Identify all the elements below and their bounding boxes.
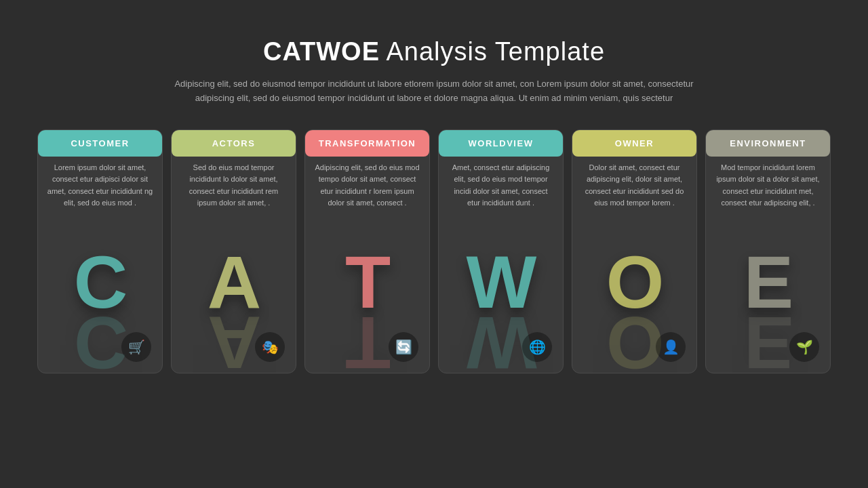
card-text-environment: Mod tempor incididunt lorem ipsum dolor … bbox=[706, 162, 830, 237]
card-text-customer: Lorem ipsum dolor sit amet, consect etur… bbox=[38, 162, 162, 237]
card-header-actors: ACTORS bbox=[172, 130, 296, 157]
card-letter-reflection-environment: E bbox=[744, 325, 792, 362]
cards-container: CUSTOMER Lorem ipsum dolor sit amet, con… bbox=[18, 129, 850, 373]
card-letter-reflection-owner: O bbox=[606, 325, 663, 362]
card-text-transformation: Adipiscing elit, sed do eius mod tempo d… bbox=[305, 162, 429, 237]
globe-icon: 🌐 bbox=[522, 332, 552, 362]
card-letter-reflection-transformation: T bbox=[345, 325, 389, 362]
card-transformation: TRANSFORMATION Adipiscing elit, sed do e… bbox=[304, 129, 430, 373]
leaf-icon: 🌱 bbox=[789, 332, 819, 362]
card-letter-reflection-customer: C bbox=[74, 325, 126, 362]
card-letter-wrap-transformation: T T bbox=[345, 239, 389, 362]
page-header: CATWOE Analysis Template Adipiscing elit… bbox=[163, 37, 705, 106]
card-header-customer: CUSTOMER bbox=[38, 130, 162, 157]
title-rest: Analysis Template bbox=[380, 37, 605, 66]
card-customer: CUSTOMER Lorem ipsum dolor sit amet, con… bbox=[37, 129, 163, 373]
card-letter-wrap-customer: C C bbox=[74, 239, 126, 362]
card-actors: ACTORS Sed do eius mod tempor incididunt… bbox=[171, 129, 296, 373]
person-icon: 👤 bbox=[656, 332, 686, 362]
theater-masks-icon: 🎭 bbox=[255, 332, 285, 362]
card-environment: ENVIRONMENT Mod tempor incididunt lorem … bbox=[705, 129, 831, 373]
card-text-owner: Dolor sit amet, consect etur adipiscing … bbox=[572, 162, 696, 237]
title-bold: CATWOE bbox=[263, 37, 380, 66]
card-header-worldview: WORLDVIEW bbox=[439, 130, 563, 157]
transformation-icon: 🔄 bbox=[389, 332, 418, 362]
card-letter-reflection-actors: A bbox=[208, 325, 260, 362]
card-letter-wrap-owner: O O bbox=[606, 239, 663, 362]
card-letter-wrap-actors: A A bbox=[208, 239, 260, 362]
card-header-owner: OWNER bbox=[572, 130, 696, 157]
card-owner: OWNER Dolor sit amet, consect etur adipi… bbox=[572, 129, 697, 373]
card-header-environment: ENVIRONMENT bbox=[706, 130, 830, 157]
shopping-cart-icon: 🛒 bbox=[121, 332, 151, 362]
header-subtitle: Adipiscing elit, sed do eiusmod tempor i… bbox=[163, 77, 705, 106]
card-letter-wrap-environment: E E bbox=[744, 239, 792, 362]
card-header-transformation: TRANSFORMATION bbox=[305, 130, 429, 157]
card-worldview: WORLDVIEW Amet, consect etur adipiscing … bbox=[438, 129, 564, 373]
card-text-actors: Sed do eius mod tempor incididunt lo dol… bbox=[172, 162, 296, 237]
card-text-worldview: Amet, consect etur adipiscing elit, sed … bbox=[439, 162, 563, 237]
page-title: CATWOE Analysis Template bbox=[163, 37, 705, 66]
